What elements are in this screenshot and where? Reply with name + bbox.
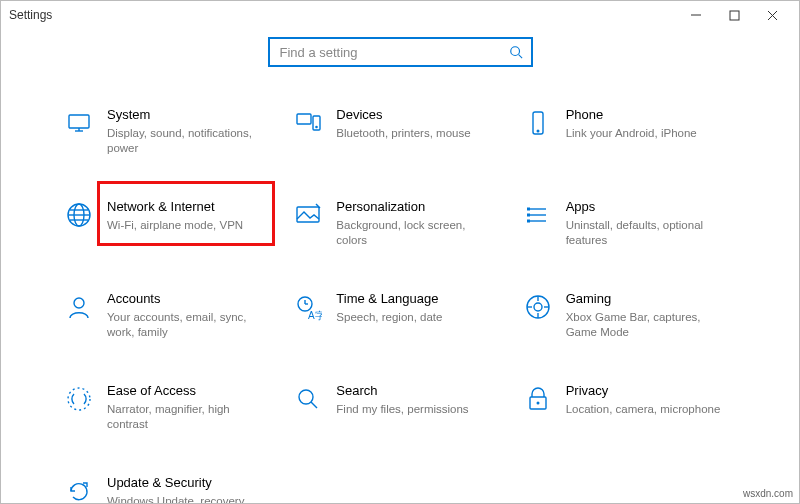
apps-icon — [524, 201, 552, 229]
settings-tile-time[interactable]: Time & LanguageSpeech, region, date — [290, 287, 509, 345]
tile-description: Location, camera, microphone — [566, 402, 721, 418]
tile-title: Gaming — [566, 291, 726, 308]
tile-text: SystemDisplay, sound, notifications, pow… — [107, 107, 267, 157]
tile-text: PrivacyLocation, camera, microphone — [566, 383, 721, 417]
tile-description: Your accounts, email, sync, work, family — [107, 310, 267, 341]
tile-text: Ease of AccessNarrator, magnifier, high … — [107, 383, 267, 433]
settings-tile-personal[interactable]: PersonalizationBackground, lock screen, … — [290, 195, 509, 253]
tile-text: DevicesBluetooth, printers, mouse — [336, 107, 470, 141]
settings-tile-privacy[interactable]: PrivacyLocation, camera, microphone — [520, 379, 739, 437]
tile-text: GamingXbox Game Bar, captures, Game Mode — [566, 291, 726, 341]
tile-text: PhoneLink your Android, iPhone — [566, 107, 697, 141]
devices-icon — [294, 109, 322, 137]
time-icon — [294, 293, 322, 321]
tile-text: Network & InternetWi-Fi, airplane mode, … — [107, 199, 243, 233]
settings-grid: SystemDisplay, sound, notifications, pow… — [61, 103, 739, 503]
settings-tile-search[interactable]: SearchFind my files, permissions — [290, 379, 509, 437]
search-icon — [509, 45, 523, 59]
settings-tile-devices[interactable]: DevicesBluetooth, printers, mouse — [290, 103, 509, 161]
close-button[interactable] — [753, 1, 791, 29]
window-title: Settings — [9, 8, 52, 22]
tile-description: Find my files, permissions — [336, 402, 468, 418]
search-icon — [294, 385, 322, 413]
system-icon — [65, 109, 93, 137]
tile-title: Accounts — [107, 291, 267, 308]
tile-title: Ease of Access — [107, 383, 267, 400]
settings-tile-accounts[interactable]: AccountsYour accounts, email, sync, work… — [61, 287, 280, 345]
titlebar: Settings — [1, 1, 799, 29]
privacy-icon — [524, 385, 552, 413]
tile-title: System — [107, 107, 267, 124]
tile-title: Network & Internet — [107, 199, 243, 216]
svg-rect-38 — [730, 11, 739, 20]
settings-tile-network[interactable]: Network & InternetWi-Fi, airplane mode, … — [61, 195, 280, 253]
window-controls — [677, 1, 791, 29]
tile-description: Bluetooth, printers, mouse — [336, 126, 470, 142]
maximize-button[interactable] — [715, 1, 753, 29]
minimize-button[interactable] — [677, 1, 715, 29]
watermark: wsxdn.com — [743, 488, 793, 499]
settings-window: Settings SystemDisplay, sound, notificat… — [0, 0, 800, 504]
settings-tile-update[interactable]: Update & SecurityWindows Update, recover… — [61, 471, 280, 503]
tile-title: Personalization — [336, 199, 496, 216]
tile-title: Privacy — [566, 383, 721, 400]
tile-text: Update & SecurityWindows Update, recover… — [107, 475, 267, 503]
settings-tile-apps[interactable]: AppsUninstall, defaults, optional featur… — [520, 195, 739, 253]
tile-title: Phone — [566, 107, 697, 124]
content-area: SystemDisplay, sound, notifications, pow… — [1, 29, 799, 503]
gaming-icon — [524, 293, 552, 321]
network-icon — [65, 201, 93, 229]
tile-title: Devices — [336, 107, 470, 124]
svg-point-41 — [510, 47, 519, 56]
tile-description: Background, lock screen, colors — [336, 218, 496, 249]
phone-icon — [524, 109, 552, 137]
tile-title: Apps — [566, 199, 726, 216]
tile-description: Xbox Game Bar, captures, Game Mode — [566, 310, 726, 341]
tile-description: Link your Android, iPhone — [566, 126, 697, 142]
tile-text: AccountsYour accounts, email, sync, work… — [107, 291, 267, 341]
settings-tile-ease[interactable]: Ease of AccessNarrator, magnifier, high … — [61, 379, 280, 437]
ease-icon — [65, 385, 93, 413]
tile-text: PersonalizationBackground, lock screen, … — [336, 199, 496, 249]
tile-description: Wi-Fi, airplane mode, VPN — [107, 218, 243, 234]
tile-description: Display, sound, notifications, power — [107, 126, 267, 157]
tile-title: Search — [336, 383, 468, 400]
tile-title: Time & Language — [336, 291, 442, 308]
settings-tile-system[interactable]: SystemDisplay, sound, notifications, pow… — [61, 103, 280, 161]
tile-title: Update & Security — [107, 475, 267, 492]
svg-line-42 — [518, 55, 522, 59]
search-input[interactable] — [278, 44, 509, 61]
search-box[interactable] — [268, 37, 533, 67]
tile-text: SearchFind my files, permissions — [336, 383, 468, 417]
tile-text: Time & LanguageSpeech, region, date — [336, 291, 442, 325]
settings-tile-phone[interactable]: PhoneLink your Android, iPhone — [520, 103, 739, 161]
accounts-icon — [65, 293, 93, 321]
tile-text: AppsUninstall, defaults, optional featur… — [566, 199, 726, 249]
search-wrap — [61, 37, 739, 67]
tile-description: Narrator, magnifier, high contrast — [107, 402, 267, 433]
personal-icon — [294, 201, 322, 229]
tile-description: Uninstall, defaults, optional features — [566, 218, 726, 249]
settings-tile-gaming[interactable]: GamingXbox Game Bar, captures, Game Mode — [520, 287, 739, 345]
update-icon — [65, 477, 93, 503]
tile-description: Windows Update, recovery, backup — [107, 494, 267, 503]
tile-description: Speech, region, date — [336, 310, 442, 326]
